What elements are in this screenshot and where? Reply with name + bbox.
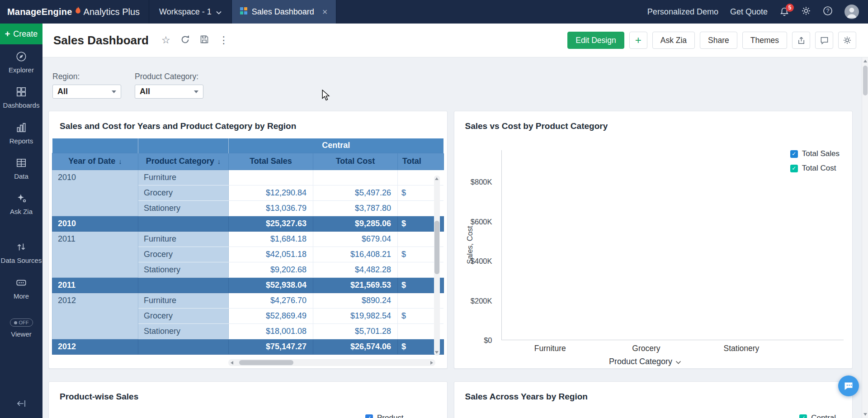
pivot-year-cell[interactable]: 2010: [52, 170, 138, 216]
refresh-icon[interactable]: [180, 35, 190, 46]
pivot-subtotal-cost-cell[interactable]: $26,574.06: [313, 339, 398, 354]
sidebar-collapse-button[interactable]: [16, 398, 27, 411]
product-legend-item[interactable]: ✓ Product: [365, 413, 404, 418]
product-category-filter-select[interactable]: All: [135, 85, 203, 99]
export-button[interactable]: [792, 32, 810, 49]
pivot-cost-cell[interactable]: $4,482.28: [313, 262, 398, 277]
themes-button[interactable]: Themes: [742, 32, 787, 49]
avatar[interactable]: [844, 5, 859, 19]
pivot-category-cell[interactable]: Grocery: [138, 185, 229, 200]
sort-desc-icon[interactable]: ↓: [217, 157, 221, 165]
personalized-demo-link[interactable]: Personalized Demo: [647, 7, 718, 17]
region-filter-select[interactable]: All: [52, 85, 121, 99]
add-widget-button[interactable]: +: [629, 32, 647, 49]
kebab-menu-icon[interactable]: ⋮: [219, 35, 229, 45]
pivot-subtotal-cost-cell[interactable]: $21,569.53: [313, 277, 398, 293]
pivot-category-cell[interactable]: Grocery: [138, 308, 229, 323]
pivot-subtotal-cost-cell[interactable]: $9,285.06: [313, 216, 398, 231]
ask-zia-icon: [15, 192, 27, 204]
favorite-star-icon[interactable]: ☆: [161, 35, 170, 45]
pivot-cost-cell[interactable]: $16,408.21: [313, 247, 398, 262]
pivot-col-total[interactable]: Total: [398, 153, 444, 170]
sidebar-item-explorer[interactable]: Explorer: [0, 44, 42, 80]
pivot-subtotal-year-cell[interactable]: 2010: [52, 216, 138, 231]
pivot-cost-cell[interactable]: $679.04: [313, 231, 398, 247]
ask-zia-button[interactable]: Ask Zia: [652, 32, 695, 49]
workspace-selector[interactable]: Workspace - 1: [149, 0, 231, 24]
comments-button[interactable]: [815, 32, 833, 49]
pivot-sales-cell[interactable]: $18,001.08: [229, 323, 313, 339]
scroll-thumb[interactable]: [863, 66, 868, 95]
help-icon[interactable]: ?: [823, 6, 833, 18]
pivot-region-header[interactable]: Central: [229, 138, 444, 153]
admin-gear-icon[interactable]: [801, 6, 811, 18]
pivot-horizontal-scrollbar[interactable]: [228, 359, 435, 366]
pivot-cost-cell[interactable]: $3,787.80: [313, 200, 398, 216]
pivot-year-cell[interactable]: 2011: [52, 231, 138, 277]
region-filter: Region: All: [52, 72, 121, 99]
pivot-sales-cell[interactable]: $4,276.70: [229, 293, 313, 308]
pivot-col-sales[interactable]: Total Sales: [229, 153, 313, 170]
zia-chat-fab[interactable]: [838, 375, 859, 396]
sidebar-item-data[interactable]: Data: [0, 151, 42, 186]
pivot-category-cell[interactable]: Furniture: [138, 231, 229, 247]
create-button[interactable]: + Create: [0, 24, 42, 44]
pivot-category-cell[interactable]: Furniture: [138, 293, 229, 308]
pivot-subtotal-sales-cell[interactable]: $75,147.27: [229, 339, 313, 354]
sort-desc-icon[interactable]: ↓: [118, 157, 122, 165]
pivot-sales-cell[interactable]: $9,202.68: [229, 262, 313, 277]
pivot-category-cell[interactable]: Stationery: [138, 323, 229, 339]
pivot-year-cell[interactable]: 2012: [52, 293, 138, 339]
pivot-col-category[interactable]: Product Category↓: [138, 153, 229, 170]
pivot-category-cell[interactable]: Furniture: [138, 170, 229, 185]
save-icon[interactable]: [200, 35, 209, 46]
pivot-sales-cell[interactable]: $52,869.49: [229, 308, 313, 323]
notifications-button[interactable]: 5: [779, 7, 789, 17]
edit-design-button[interactable]: Edit Design: [567, 32, 624, 49]
pivot-category-cell[interactable]: Stationery: [138, 262, 229, 277]
pivot-vertical-scrollbar[interactable]: [434, 176, 440, 356]
pivot-subtotal-spacer-cell[interactable]: [138, 216, 229, 231]
pivot-sales-cell[interactable]: $13,036.79: [229, 200, 313, 216]
pivot-col-year[interactable]: Year of Date↓: [52, 153, 138, 170]
pivot-region-band: Central: [52, 138, 444, 153]
chart-x-axis-title[interactable]: Product Category: [609, 357, 681, 366]
sidebar-item-reports[interactable]: Reports: [0, 115, 42, 151]
tab-close-icon[interactable]: ×: [322, 7, 328, 17]
pivot-sales-cell[interactable]: $42,051.18: [229, 247, 313, 262]
sidebar-item-dashboards[interactable]: Dashboards: [0, 80, 42, 115]
pivot-cost-cell[interactable]: $19,982.54: [313, 308, 398, 323]
pivot-subtotal-spacer-cell[interactable]: [138, 339, 229, 354]
pivot-sales-cell[interactable]: [229, 170, 313, 185]
sidebar-item-data-sources[interactable]: Data Sources: [0, 235, 42, 270]
share-button[interactable]: Share: [700, 32, 737, 49]
get-quote-link[interactable]: Get Quote: [730, 7, 768, 17]
checkbox-icon[interactable]: ✓: [799, 414, 807, 418]
pivot-cost-cell[interactable]: $5,701.28: [313, 323, 398, 339]
tab-sales-dashboard[interactable]: Sales Dashboard ×: [231, 0, 336, 24]
viewer-toggle[interactable]: OFF: [10, 318, 33, 327]
settings-gear-button[interactable]: [838, 32, 856, 49]
page-vertical-scrollbar[interactable]: [862, 57, 868, 418]
brand-logo[interactable]: ManageEngine Analytics Plus: [0, 0, 149, 24]
pivot-category-cell[interactable]: Grocery: [138, 247, 229, 262]
checkbox-icon[interactable]: ✓: [365, 414, 373, 418]
pivot-cost-cell[interactable]: $5,497.26: [313, 185, 398, 200]
pivot-subtotal-year-cell[interactable]: 2011: [52, 277, 138, 293]
pivot-subtotal-spacer-cell[interactable]: [138, 277, 229, 293]
sidebar-item-more[interactable]: More: [0, 271, 42, 306]
pivot-subtotal-sales-cell[interactable]: $52,938.04: [229, 277, 313, 293]
pivot-cost-cell[interactable]: [313, 170, 398, 185]
scroll-thumb[interactable]: [239, 360, 293, 365]
scroll-thumb[interactable]: [434, 221, 439, 274]
pivot-cost-cell[interactable]: $890.24: [313, 293, 398, 308]
pivot-sales-cell[interactable]: $1,684.18: [229, 231, 313, 247]
pivot-subtotal-year-cell[interactable]: 2012: [52, 339, 138, 354]
sidebar-item-ask-zia[interactable]: Ask Zia: [0, 186, 42, 221]
pivot-category-cell[interactable]: Stationery: [138, 200, 229, 216]
pivot-subtotal-sales-cell[interactable]: $25,327.63: [229, 216, 313, 231]
pivot-col-cost[interactable]: Total Cost: [313, 153, 398, 170]
sidebar-item-viewer[interactable]: OFF Viewer: [0, 312, 42, 344]
central-legend-item[interactable]: ✓ Central: [799, 413, 836, 418]
pivot-sales-cell[interactable]: $12,290.84: [229, 185, 313, 200]
